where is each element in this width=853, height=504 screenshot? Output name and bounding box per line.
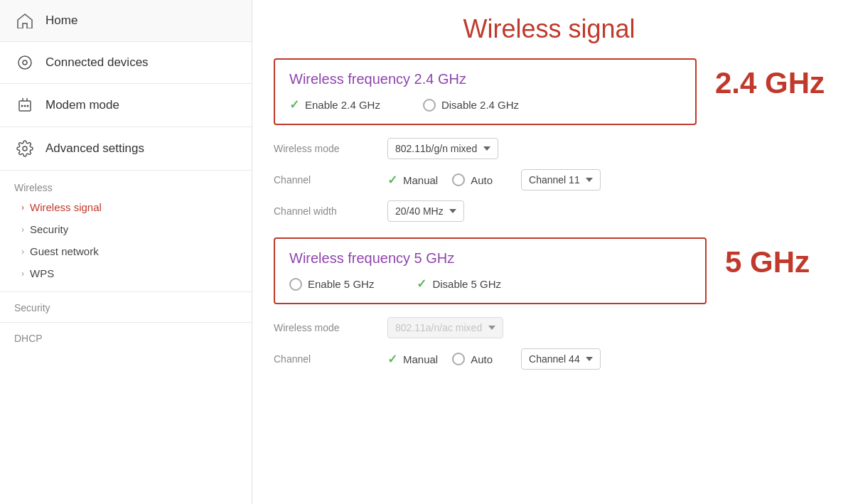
freq-5-disable-check: ✓ — [417, 277, 426, 291]
wireless-mode-select[interactable]: 802.11b/g/n mixed — [387, 138, 498, 159]
channel-5-manual-check: ✓ — [387, 352, 397, 367]
channel-5-manual-label: Manual — [403, 353, 438, 365]
channel-select[interactable]: Channel 11 — [521, 169, 601, 191]
freq-5-settings: Wireless mode 802.11a/n/ac mixed Channel… — [274, 317, 707, 370]
channel-5-row: Channel ✓ Manual Auto Channel 4 — [274, 348, 707, 370]
freq-5-box: Wireless frequency 5 GHz Enable 5 GHz ✓ … — [274, 237, 707, 304]
chevron-right-icon: › — [21, 247, 24, 257]
freq-5-title: Wireless frequency 5 GHz — [289, 250, 691, 267]
svg-point-1 — [23, 60, 27, 65]
submenu-wireless-section: Wireless › Wireless signal › Security › … — [0, 171, 252, 351]
channel-5-select[interactable]: Channel 44 — [521, 348, 601, 370]
freq-24-box: Wireless frequency 2.4 GHz ✓ Enable 2.4 … — [274, 58, 697, 125]
channel-label: Channel — [274, 174, 387, 186]
freq-24-title: Wireless frequency 2.4 GHz — [289, 71, 681, 87]
freq-24-enable-option[interactable]: ✓ Enable 2.4 GHz — [289, 97, 380, 112]
freq-24-enable-label: Enable 2.4 GHz — [305, 99, 380, 111]
wireless-mode-5-label: Wireless mode — [274, 322, 387, 333]
freq-5-disable-label: Disable 5 GHz — [432, 278, 501, 290]
submenu-item-guest-network-label: Guest network — [30, 245, 99, 257]
submenu-item-wireless-signal-label: Wireless signal — [30, 201, 102, 213]
channel-width-select[interactable]: 20/40 MHz — [387, 200, 464, 222]
sidebar-item-home-label: Home — [45, 14, 77, 28]
submenu-item-guest-network[interactable]: › Guest network — [0, 240, 252, 262]
svg-point-7 — [27, 105, 29, 107]
submenu-dhcp-section-label: DHCP — [0, 328, 252, 347]
sidebar-item-advanced-settings[interactable]: Advanced settings — [0, 127, 252, 171]
wireless-mode-5-value: 802.11a/n/ac mixed — [387, 317, 503, 338]
submenu-item-wps[interactable]: › WPS — [0, 262, 252, 284]
freq-5-enable-label: Enable 5 GHz — [308, 278, 374, 290]
freq-5-radio-group: Enable 5 GHz ✓ Disable 5 GHz — [289, 277, 691, 291]
modem-icon — [14, 97, 36, 114]
wireless-mode-5-row: Wireless mode 802.11a/n/ac mixed — [274, 317, 707, 338]
channel-5-auto-label: Auto — [471, 353, 493, 365]
freq-24-settings: Wireless mode 802.11b/g/n mixed Channel … — [274, 138, 697, 222]
channel-width-value: 20/40 MHz — [387, 200, 464, 222]
wireless-mode-label: Wireless mode — [274, 143, 387, 154]
wireless-mode-value: 802.11b/g/n mixed — [387, 138, 498, 159]
chevron-right-icon: › — [21, 269, 24, 279]
svg-point-5 — [21, 105, 23, 107]
channel-5-manual-option[interactable]: ✓ Manual — [387, 352, 438, 367]
main-content: Wireless signal Wireless frequency 2.4 G… — [252, 0, 853, 504]
freq-24-row: Wireless frequency 2.4 GHz ✓ Enable 2.4 … — [274, 58, 825, 235]
submenu-item-security[interactable]: › Security — [0, 218, 252, 240]
channel-5-value: ✓ Manual Auto Channel 44 — [387, 348, 601, 370]
channel-auto-radio — [452, 173, 465, 186]
submenu-item-wps-label: WPS — [30, 267, 54, 279]
sidebar-item-advanced-settings-label: Advanced settings — [45, 141, 144, 156]
channel-manual-option[interactable]: ✓ Manual — [387, 173, 438, 188]
submenu-item-wireless-signal[interactable]: › Wireless signal — [0, 196, 252, 218]
sidebar-item-modem-mode[interactable]: Modem mode — [0, 84, 252, 127]
channel-row: Channel ✓ Manual Auto Channel 1 — [274, 169, 697, 191]
channel-manual-label: Manual — [403, 174, 438, 186]
page-title: Wireless signal — [274, 14, 825, 44]
channel-width-label: Channel width — [274, 205, 387, 217]
devices-icon — [14, 55, 36, 70]
channel-width-row: Channel width 20/40 MHz — [274, 200, 697, 222]
side-label-24: 2.4 GHz — [715, 58, 825, 98]
sidebar-item-connected-devices[interactable]: Connected devices — [0, 42, 252, 84]
freq-5-row: Wireless frequency 5 GHz Enable 5 GHz ✓ … — [274, 237, 825, 382]
channel-5-auto-radio — [452, 353, 465, 365]
channel-auto-label: Auto — [471, 174, 493, 186]
freq-24-disable-label: Disable 2.4 GHz — [441, 99, 519, 111]
sidebar-item-modem-mode-label: Modem mode — [45, 98, 119, 112]
submenu-item-security-label: Security — [30, 223, 68, 235]
sidebar-item-home[interactable]: Home — [0, 0, 252, 42]
chevron-right-icon: › — [21, 225, 24, 235]
side-label-5: 5 GHz — [725, 237, 825, 277]
freq-24-enable-check: ✓ — [289, 97, 299, 112]
content-area: Wireless frequency 2.4 GHz ✓ Enable 2.4 … — [274, 58, 825, 382]
freq-5-disable-option[interactable]: ✓ Disable 5 GHz — [417, 277, 501, 291]
chevron-right-icon: › — [21, 203, 24, 213]
wireless-mode-5-select[interactable]: 802.11a/n/ac mixed — [387, 317, 503, 338]
freq-24-disable-radio — [423, 99, 436, 112]
channel-auto-option[interactable]: Auto — [452, 173, 493, 186]
channel-manual-check: ✓ — [387, 173, 397, 188]
sidebar: Home Connected devices Modem mode — [0, 0, 252, 504]
wireless-mode-row: Wireless mode 802.11b/g/n mixed — [274, 138, 697, 159]
freq-24-disable-option[interactable]: Disable 2.4 GHz — [423, 99, 519, 112]
svg-point-0 — [18, 56, 31, 69]
sidebar-item-connected-devices-label: Connected devices — [45, 55, 149, 70]
freq-5-enable-option[interactable]: Enable 5 GHz — [289, 278, 374, 291]
submenu-wireless-label: Wireless — [0, 178, 252, 196]
freq-5-enable-radio — [289, 278, 302, 291]
channel-value: ✓ Manual Auto Channel 11 — [387, 169, 601, 191]
submenu-security-section-label: Security — [0, 298, 252, 316]
svg-point-6 — [24, 105, 26, 107]
channel-5-label: Channel — [274, 353, 387, 365]
gear-icon — [14, 140, 36, 157]
channel-5-auto-option[interactable]: Auto — [452, 353, 493, 365]
freq-24-radio-group: ✓ Enable 2.4 GHz Disable 2.4 GHz — [289, 97, 681, 112]
home-icon — [14, 13, 36, 28]
